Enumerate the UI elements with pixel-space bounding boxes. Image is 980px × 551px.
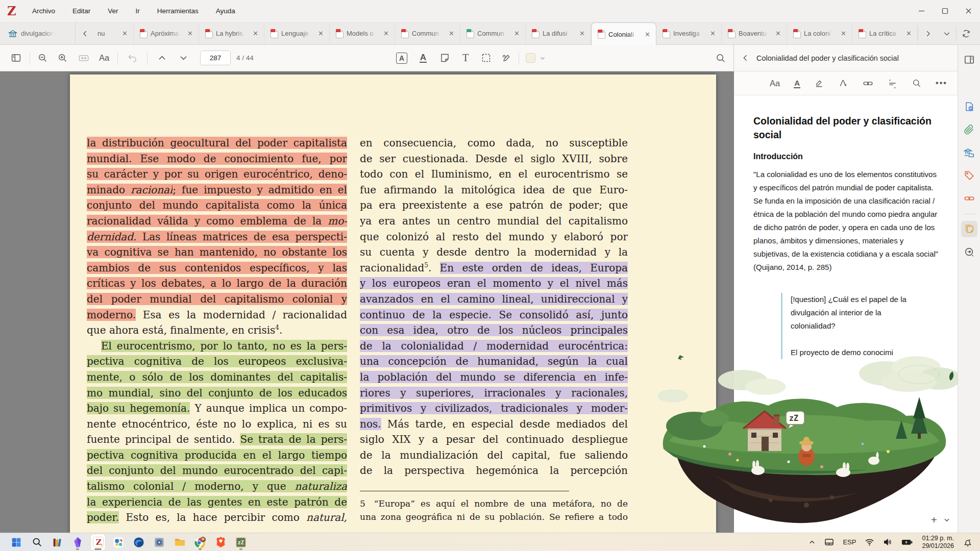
calibre-icon[interactable] bbox=[50, 534, 64, 550]
thunderbird-icon[interactable] bbox=[132, 534, 146, 550]
obsidian-icon[interactable] bbox=[70, 534, 85, 550]
tab-scroll-left-icon[interactable] bbox=[76, 22, 94, 44]
readest-icon[interactable] bbox=[111, 534, 126, 550]
notes-pane-icon[interactable] bbox=[961, 221, 977, 237]
zoom-out-icon[interactable] bbox=[34, 45, 51, 71]
citation-icon[interactable]: “ „ bbox=[887, 78, 898, 89]
document-tab[interactable]: Models o✕ bbox=[330, 22, 395, 44]
back-icon[interactable] bbox=[734, 54, 756, 62]
search-note-icon[interactable] bbox=[912, 78, 922, 88]
page-number-input[interactable] bbox=[200, 51, 231, 65]
start-button[interactable] bbox=[9, 534, 23, 550]
wifi-icon[interactable] bbox=[865, 537, 874, 547]
note-tool-icon[interactable] bbox=[435, 45, 454, 71]
document-tab[interactable]: La coloni✕ bbox=[787, 22, 852, 44]
highlight-text-icon[interactable] bbox=[814, 78, 824, 88]
document-tab[interactable]: La difusi✕ bbox=[526, 22, 591, 44]
tags-pane-icon[interactable] bbox=[961, 167, 977, 184]
libraries-collections-pane-icon[interactable] bbox=[961, 144, 977, 161]
annotation-color-swatch[interactable] bbox=[523, 45, 538, 71]
highlight-tool-icon[interactable]: A bbox=[392, 45, 411, 71]
note-content[interactable]: Colonialidad del poder y clasificación s… bbox=[734, 95, 958, 359]
battery-icon[interactable] bbox=[901, 537, 913, 547]
clear-formatting-icon[interactable] bbox=[838, 78, 849, 89]
document-tab[interactable]: La hybris✕ bbox=[199, 22, 264, 44]
previous-page-icon[interactable] bbox=[152, 45, 172, 71]
tab-close-icon[interactable]: ✕ bbox=[251, 29, 260, 38]
menu-ver[interactable]: Ver bbox=[99, 0, 127, 22]
tab-close-icon[interactable]: ✕ bbox=[382, 29, 390, 38]
maximize-button[interactable] bbox=[933, 0, 957, 22]
document-tab[interactable]: La crítica✕ bbox=[852, 22, 918, 44]
document-tab[interactable]: Investiga✕ bbox=[656, 22, 722, 44]
area-select-tool-icon[interactable] bbox=[476, 45, 496, 71]
library-tab[interactable]: divulgacion bbox=[0, 22, 76, 44]
color-dropdown-icon[interactable] bbox=[537, 45, 548, 71]
sync-icon[interactable] bbox=[957, 22, 975, 44]
zoom-in-icon[interactable] bbox=[54, 45, 71, 71]
file-explorer-icon[interactable] bbox=[173, 534, 187, 550]
document-tab[interactable]: Boaventu✕ bbox=[722, 22, 787, 44]
tab-scroll-right-icon[interactable] bbox=[918, 22, 937, 44]
more-options-icon[interactable]: ••• bbox=[936, 79, 947, 88]
tab-close-icon[interactable]: ✕ bbox=[643, 30, 652, 39]
zoom-in-note-icon[interactable]: + bbox=[931, 515, 937, 525]
menu-editar[interactable]: Editar bbox=[64, 0, 99, 22]
menu-herramientas[interactable]: Herramientas bbox=[149, 0, 207, 22]
document-tab[interactable]: Coloniali✕ bbox=[591, 22, 656, 45]
underline-tool-icon[interactable]: A bbox=[413, 45, 433, 71]
related-pane-icon[interactable] bbox=[961, 190, 977, 207]
sidebar-toggle-icon[interactable] bbox=[7, 45, 24, 71]
menu-archivo[interactable]: Archivo bbox=[23, 0, 64, 22]
chrome-profile-icon[interactable] bbox=[193, 534, 207, 550]
toggle-context-pane-icon[interactable] bbox=[961, 52, 977, 68]
hidden-icons-chevron[interactable] bbox=[808, 539, 816, 546]
taskbar-search-icon[interactable] bbox=[30, 534, 44, 550]
draw-tool-icon[interactable] bbox=[497, 45, 516, 71]
collapse-icon[interactable] bbox=[943, 516, 950, 523]
pixel-zz-app-icon[interactable]: zZ bbox=[234, 534, 248, 550]
menu-ir[interactable]: Ir bbox=[127, 0, 149, 22]
tab-close-icon[interactable]: ✕ bbox=[839, 29, 848, 38]
media-drive-icon[interactable] bbox=[152, 534, 166, 550]
document-tab[interactable]: Commun✕ bbox=[395, 22, 460, 44]
zotero-taskbar-icon[interactable]: Z bbox=[91, 534, 105, 550]
info-pane-icon[interactable] bbox=[961, 98, 977, 115]
brave-icon[interactable] bbox=[213, 534, 228, 550]
appearance-icon[interactable]: Aa bbox=[95, 45, 113, 71]
clock[interactable]: 01:29 p. m. 29/01/2026 bbox=[922, 535, 954, 550]
pdf-text-line: la población del mundo se diferencia en … bbox=[360, 369, 628, 385]
minimize-button[interactable] bbox=[910, 0, 933, 22]
tab-close-icon[interactable]: ✕ bbox=[904, 29, 913, 38]
pdf-viewer[interactable]: la distribución geocultural del poder ca… bbox=[0, 71, 734, 533]
undo-icon[interactable] bbox=[122, 45, 142, 71]
attachments-pane-icon[interactable] bbox=[961, 121, 977, 138]
touchpad-icon[interactable] bbox=[824, 537, 834, 547]
text-color-icon[interactable]: A bbox=[794, 79, 800, 88]
font-size-icon[interactable]: Aa bbox=[770, 79, 780, 88]
next-page-icon[interactable] bbox=[174, 45, 193, 71]
tab-close-icon[interactable]: ✕ bbox=[447, 29, 456, 38]
find-in-document-icon[interactable] bbox=[710, 45, 731, 71]
tab-close-icon[interactable]: ✕ bbox=[578, 29, 586, 38]
tab-close-icon[interactable]: ✕ bbox=[120, 29, 129, 38]
volume-icon[interactable] bbox=[883, 537, 893, 547]
document-tab[interactable]: nu✕ bbox=[94, 22, 134, 44]
document-tab[interactable]: Lenguaje✕ bbox=[264, 22, 330, 44]
locate-pane-icon[interactable] bbox=[961, 244, 977, 260]
tab-close-icon[interactable]: ✕ bbox=[512, 29, 521, 38]
link-icon[interactable] bbox=[863, 78, 873, 89]
tab-close-icon[interactable]: ✕ bbox=[186, 29, 194, 38]
tab-list-dropdown-icon[interactable] bbox=[937, 22, 956, 44]
text-tool-icon[interactable]: T bbox=[456, 45, 475, 71]
tab-close-icon[interactable]: ✕ bbox=[708, 29, 717, 38]
tab-close-icon[interactable]: ✕ bbox=[774, 29, 782, 38]
menu-ayuda[interactable]: Ayuda bbox=[207, 0, 244, 22]
language-indicator[interactable]: ESP bbox=[843, 538, 856, 546]
document-tab[interactable]: Commun✕ bbox=[460, 22, 526, 44]
document-tab[interactable]: Apróxima✕ bbox=[134, 22, 199, 44]
notification-bell-icon[interactable]: z bbox=[963, 537, 973, 547]
zoom-fit-width-icon[interactable] bbox=[75, 45, 93, 71]
close-button[interactable] bbox=[957, 0, 980, 22]
tab-close-icon[interactable]: ✕ bbox=[316, 29, 325, 38]
